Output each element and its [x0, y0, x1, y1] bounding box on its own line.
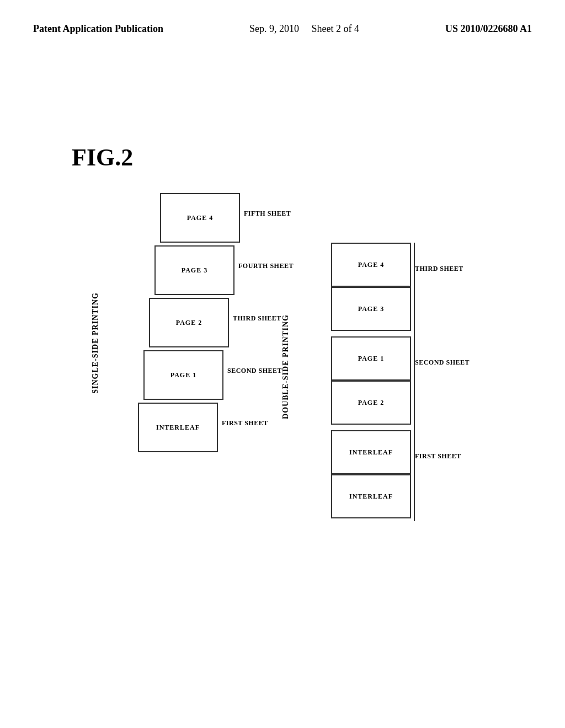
single-sheet-4-label: PAGE 3: [182, 266, 207, 275]
double-sheet-2-top: PAGE 1: [331, 336, 411, 381]
single-sheet-1-index: FIRST SHEET: [222, 419, 268, 427]
page-header: Patent Application Publication Sep. 9, 2…: [0, 0, 565, 47]
publication-number: US 2010/0226680 A1: [445, 22, 532, 36]
double-sheet-2-index: SECOND SHEET: [415, 358, 470, 367]
double-sheet-3-top: PAGE 4: [331, 243, 411, 287]
single-sheet-3-label: PAGE 2: [176, 319, 202, 327]
single-side-title: SINGLE-SIDE PRINTING: [91, 292, 100, 394]
single-sheet-1: INTERLEAF: [138, 403, 218, 452]
single-sheet-2: PAGE 1: [143, 350, 223, 400]
single-sheet-5-index: FIFTH SHEET: [244, 210, 291, 218]
double-side-binding-line: [413, 243, 415, 521]
single-sheet-2-index: SECOND SHEET: [227, 367, 282, 375]
figure-label: FIG.2: [72, 143, 133, 172]
single-sheet-1-label: INTERLEAF: [156, 424, 200, 432]
publication-date: Sep. 9, 2010: [249, 23, 299, 34]
double-sheet-1-index: FIRST SHEET: [415, 452, 461, 461]
single-sheet-5: PAGE 4: [160, 193, 240, 243]
double-sheet-3-index: THIRD SHEET: [415, 265, 463, 273]
double-sheet-1-top: INTERLEAF: [331, 430, 411, 474]
publication-title: Patent Application Publication: [33, 22, 163, 36]
single-sheet-3-index: THIRD SHEET: [233, 314, 281, 323]
sheet-info: Sheet 2 of 4: [312, 23, 359, 34]
double-sheet-2-bottom: PAGE 2: [331, 381, 411, 425]
double-side-title: DOUBLE-SIDE PRINTING: [281, 314, 290, 419]
single-sheet-4-index: FOURTH SHEET: [238, 262, 294, 270]
single-sheet-3: PAGE 2: [149, 298, 229, 347]
header-date-sheet: Sep. 9, 2010 Sheet 2 of 4: [249, 22, 359, 36]
single-sheet-2-label: PAGE 1: [170, 371, 196, 379]
single-sheet-4: PAGE 3: [154, 245, 234, 295]
single-sheet-5-label: PAGE 4: [187, 214, 213, 222]
double-sheet-1-bottom: INTERLEAF: [331, 474, 411, 518]
double-sheet-3-bottom: PAGE 3: [331, 287, 411, 331]
